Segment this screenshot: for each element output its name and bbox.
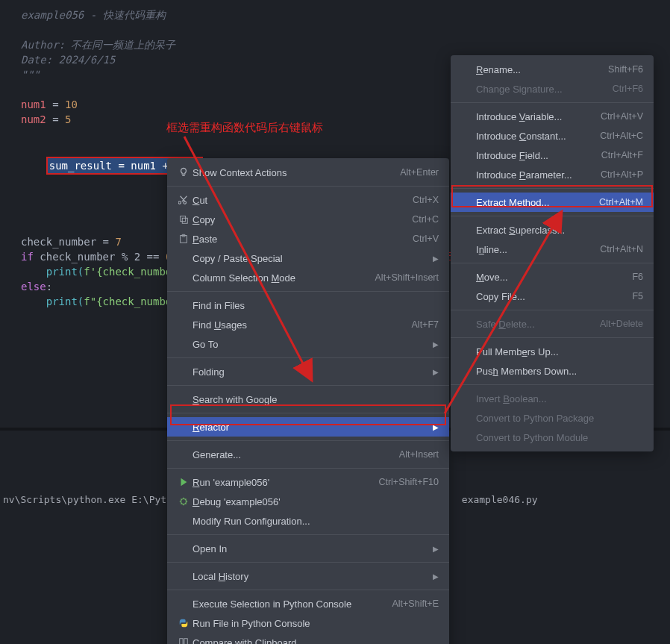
blank-icon [460,431,475,443]
menu-item-invert-boolean: Invert Boolean... [451,389,654,408]
menu-item-extract-method[interactable]: Extract Method...Ctrl+Alt+M [451,193,654,212]
menu-item-shortcut: Alt+Shift+E [392,598,439,609]
menu-item-shortcut: Ctrl+F6 [613,84,643,94]
submenu-arrow-icon: ▶ [433,423,439,431]
menu-separator [451,102,654,103]
menu-item-label: Move... [475,272,632,283]
menu-item-change-signature: Change Signature...Ctrl+F6 [451,79,654,99]
blank-icon [176,448,191,460]
menu-separator [167,385,449,386]
menu-item-shortcut: Alt+Shift+Insert [375,272,439,283]
menu-item-folding[interactable]: Folding▶ [167,362,449,381]
menu-item-shortcut: F6 [632,272,643,282]
menu-item-label: Find Usages [191,319,412,331]
menu-separator [167,440,449,441]
refactor-submenu: Rename...Shift+F6Change Signature...Ctrl… [451,55,654,451]
menu-separator [167,413,449,413]
menu-item-push-members-down[interactable]: Push Members Down... [451,361,654,381]
submenu-arrow-icon: ▶ [433,572,439,581]
blank-icon [460,63,475,75]
menu-item-copy-paste-special[interactable]: Copy / Paste Special▶ [167,248,449,268]
menu-item-generate[interactable]: Generate...Alt+Insert [167,445,449,464]
menu-separator [451,216,654,216]
menu-item-introduce-variable[interactable]: Introduce Variable...Ctrl+Alt+V [451,107,654,126]
menu-item-shortcut: Alt+Enter [400,167,439,178]
menu-item-label: Change Signature... [475,84,613,95]
blank-icon [460,365,475,377]
menu-item-run-file-in-python-console[interactable]: Run File in Python Console [167,613,449,633]
debug-icon [176,495,191,507]
menu-item-move[interactable]: Move...F6 [451,267,654,287]
svg-rect-6 [184,639,187,644]
blank-icon [176,598,191,610]
run-icon [176,476,191,488]
menu-separator [451,188,654,189]
blank-icon [460,83,475,95]
svg-rect-5 [180,639,183,644]
menu-separator [167,534,449,535]
blank-icon [460,346,475,357]
menu-item-label: Introduce Variable... [475,111,601,122]
copy-icon [176,213,191,225]
menu-item-search-with-google[interactable]: Search with Google [167,390,449,409]
menu-item-paste[interactable]: PasteCtrl+V [167,229,449,248]
svg-rect-1 [182,218,187,223]
menu-item-copy[interactable]: CopyCtrl+C [167,210,449,229]
blank-icon [176,421,191,433]
blank-icon [460,243,475,255]
menu-item-column-selection-mode[interactable]: Column Selection ModeAlt+Shift+Insert [167,268,449,287]
menu-item-shortcut: Ctrl+Alt+C [600,131,643,141]
menu-item-label: Copy File... [475,291,632,302]
menu-item-shortcut: Ctrl+X [413,195,439,205]
menu-item-rename[interactable]: Rename...Shift+F6 [451,60,654,79]
menu-item-label: Rename... [475,64,608,75]
menu-item-modify-run-configuration[interactable]: Modify Run Configuration... [167,511,449,531]
menu-item-show-context-actions[interactable]: Show Context ActionsAlt+Enter [167,163,449,182]
menu-item-execute-selection-in-python-console[interactable]: Execute Selection in Python ConsoleAlt+S… [167,594,449,613]
menu-item-convert-to-python-module: Convert to Python Module [451,428,654,447]
menu-separator [167,562,449,563]
menu-item-label: Show Context Actions [191,167,400,178]
blank-icon [460,110,475,122]
menu-item-local-history[interactable]: Local History▶ [167,566,449,586]
blank-icon [176,393,191,405]
blank-icon [460,393,475,404]
menu-item-refactor[interactable]: Refactor▶ [167,417,449,437]
menu-item-introduce-constant[interactable]: Introduce Constant...Ctrl+Alt+C [451,126,654,146]
menu-item-label: Run 'example056' [191,477,378,488]
menu-item-label: Generate... [191,449,399,460]
menu-separator [167,357,449,358]
menu-item-shortcut: Alt+Insert [399,449,439,460]
bulb-icon [176,166,191,178]
menu-item-shortcut: Shift+F6 [608,64,643,75]
menu-item-shortcut: F5 [632,291,643,301]
blank-icon [460,318,475,330]
diff-icon [176,637,191,644]
menu-item-safe-delete: Safe Delete...Alt+Delete [451,314,654,334]
menu-item-find-usages[interactable]: Find UsagesAlt+F7 [167,315,449,334]
menu-item-debug-example056[interactable]: Debug 'example056' [167,492,449,511]
menu-item-inline[interactable]: Inline...Ctrl+Alt+N [451,240,654,259]
menu-item-label: Folding [191,366,428,378]
menu-item-compare-with-clipboard[interactable]: Compare with Clipboard [167,633,449,644]
menu-item-find-in-files[interactable]: Find in Files [167,296,449,315]
code-comment: Date: 2024/6/15 [21,52,203,67]
code-comment: example056 - 快速代码重构 [21,7,203,22]
menu-item-label: Debug 'example056' [191,496,439,507]
blank-icon [460,290,475,302]
submenu-arrow-icon: ▶ [433,340,439,348]
menu-item-pull-members-up[interactable]: Pull Members Up... [451,342,654,361]
menu-item-cut[interactable]: CutCtrl+X [167,190,449,210]
menu-item-introduce-field[interactable]: Introduce Field...Ctrl+Alt+F [451,146,654,165]
blank-icon [460,169,475,181]
menu-item-label: Safe Delete... [475,319,600,330]
menu-item-go-to[interactable]: Go To▶ [167,334,449,354]
menu-item-run-example056[interactable]: Run 'example056'Ctrl+Shift+F10 [167,472,449,492]
menu-item-label: Paste [191,234,413,245]
code-comment: Author: 不在同一频道上的呆子 [21,37,203,52]
menu-item-extract-superclass[interactable]: Extract Superclass... [451,220,654,240]
submenu-arrow-icon: ▶ [433,254,439,263]
menu-item-open-in[interactable]: Open In▶ [167,539,449,558]
menu-item-copy-file[interactable]: Copy File...F5 [451,287,654,306]
menu-item-introduce-parameter[interactable]: Introduce Parameter...Ctrl+Alt+P [451,165,654,184]
